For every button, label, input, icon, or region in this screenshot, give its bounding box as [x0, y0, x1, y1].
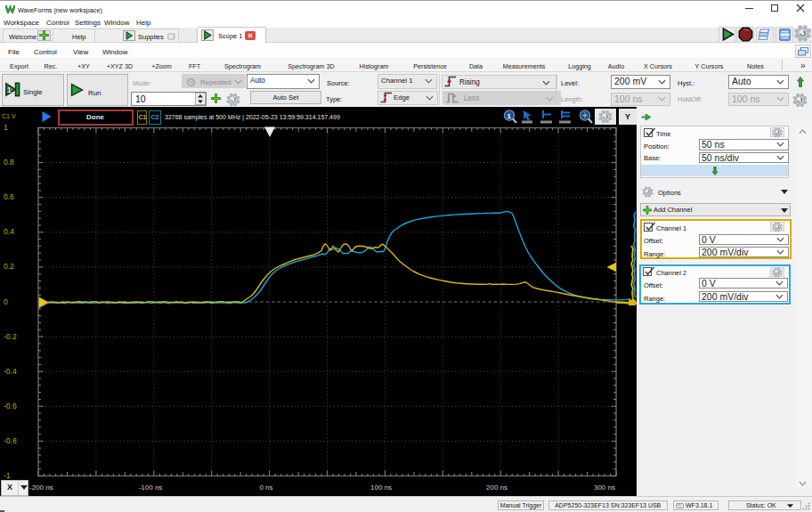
- svg-text:0.6: 0.6: [4, 192, 14, 201]
- svg-text:0 ns: 0 ns: [259, 484, 272, 492]
- svg-text:1: 1: [7, 85, 12, 94]
- svg-text:1: 1: [508, 112, 512, 120]
- svg-text:100 ns: 100 ns: [370, 484, 392, 492]
- svg-text:0.2: 0.2: [4, 262, 14, 271]
- svg-text:0: 0: [4, 297, 8, 306]
- svg-text:-0.8: -0.8: [4, 436, 17, 445]
- svg-text:-0.2: -0.2: [4, 332, 17, 341]
- svg-text:-1: -1: [4, 471, 11, 480]
- svg-text:300 ns: 300 ns: [594, 484, 615, 492]
- svg-text:-200 ns: -200 ns: [29, 484, 53, 492]
- svg-text:0.4: 0.4: [4, 227, 14, 236]
- svg-text:-0.4: -0.4: [4, 367, 17, 376]
- svg-text:0.8: 0.8: [4, 158, 14, 167]
- svg-text:-100 ns: -100 ns: [139, 484, 163, 492]
- svg-text:1: 1: [4, 123, 8, 132]
- svg-text:-0.6: -0.6: [4, 402, 17, 410]
- svg-text:200 ns: 200 ns: [486, 484, 508, 492]
